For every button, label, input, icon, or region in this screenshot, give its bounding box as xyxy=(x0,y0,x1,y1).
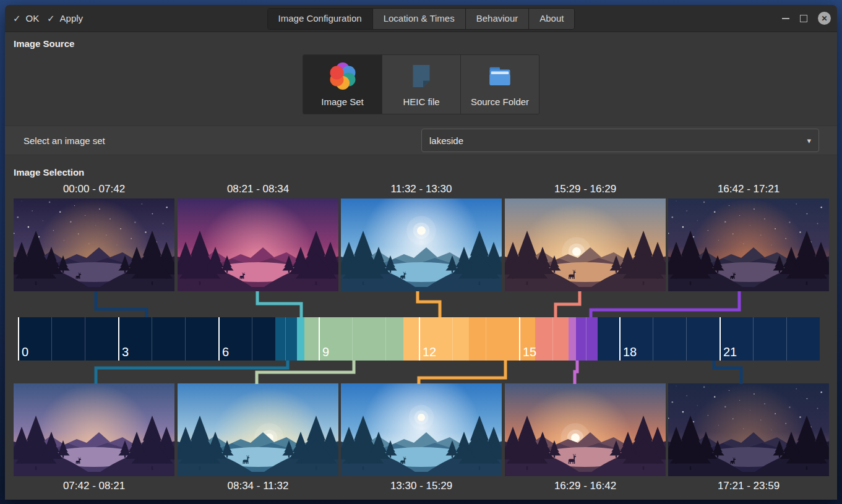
timeline-tick xyxy=(118,317,119,361)
timeline-hour-line xyxy=(552,317,553,361)
top-wallpaper-thumbnail xyxy=(14,199,174,291)
timeline-tick xyxy=(519,317,520,361)
bottom-time-label: 16:29 - 16:42 xyxy=(505,480,666,492)
bottom-time-label: 08:34 - 11:32 xyxy=(178,480,338,492)
timeline-tick-label: 6 xyxy=(222,345,229,359)
timeline-segment xyxy=(576,317,598,361)
timeline-hour-line xyxy=(252,317,252,361)
top-time-label: 16:42 - 17:21 xyxy=(668,183,829,195)
timeline-segment xyxy=(569,317,576,361)
timeline-segment xyxy=(535,317,569,361)
timeline-tick xyxy=(720,317,721,361)
timeline-hour-line xyxy=(352,317,353,361)
timeline-hour-line xyxy=(586,317,586,361)
bottom-wallpaper-thumbnail xyxy=(14,383,174,476)
timeline-tick-label: 9 xyxy=(322,345,329,359)
top-time-label: 08:21 - 08:34 xyxy=(178,183,338,195)
bottom-wallpaper-thumbnail xyxy=(505,383,666,476)
desktop-background: ✓ OK ✓ Apply Image Configuration Locatio… xyxy=(0,0,842,504)
timeline-hour-line xyxy=(385,317,386,361)
timeline-hour-line xyxy=(486,317,486,361)
timeline-tick-label: 0 xyxy=(22,345,28,359)
timeline-tick-label: 18 xyxy=(623,345,637,359)
bottom-wallpaper-thumbnail xyxy=(341,383,502,476)
timeline-tick xyxy=(419,317,420,361)
timeline-bar: 036912151821 xyxy=(18,317,820,361)
bottom-wallpaper-thumbnail xyxy=(178,383,338,476)
timeline-hour-line xyxy=(686,317,687,361)
timeline-hour-line xyxy=(51,317,52,361)
top-wallpaper-thumbnail xyxy=(505,199,666,291)
timeline-tick-label: 15 xyxy=(523,345,536,359)
top-time-label: 11:32 - 13:30 xyxy=(341,183,502,195)
bottom-time-label: 13:30 - 15:29 xyxy=(341,480,502,492)
timeline-hour-line xyxy=(185,317,186,361)
timeline-tick-label: 3 xyxy=(122,345,129,359)
image-selection-area: 00:00 - 07:4208:21 - 08:3411:32 - 13:301… xyxy=(0,0,842,504)
timeline-hour-line xyxy=(786,317,787,361)
bottom-wallpaper-thumbnail xyxy=(668,383,829,476)
timeline-hour-line xyxy=(285,317,286,361)
top-time-label: 15:29 - 16:29 xyxy=(505,183,666,195)
timeline-hour-line xyxy=(452,317,453,361)
bottom-time-label: 07:42 - 08:21 xyxy=(14,480,174,492)
top-time-label: 00:00 - 07:42 xyxy=(14,183,174,195)
timeline-hour-line xyxy=(85,317,85,361)
top-wallpaper-thumbnail xyxy=(341,199,502,291)
timeline-hour-line xyxy=(753,317,754,361)
timeline-tick-label: 21 xyxy=(723,345,737,359)
timeline-hour-line xyxy=(152,317,152,361)
timeline-tick-label: 12 xyxy=(423,345,436,359)
timeline-hour-line xyxy=(653,317,653,361)
timeline-tick xyxy=(218,317,220,361)
timeline-segment xyxy=(297,317,304,361)
timeline-tick xyxy=(18,317,19,361)
top-wallpaper-thumbnail xyxy=(178,199,338,291)
timeline-segment xyxy=(18,317,275,361)
top-wallpaper-thumbnail xyxy=(668,199,829,291)
timeline-tick xyxy=(319,317,320,361)
bottom-time-label: 17:21 - 23:59 xyxy=(668,480,829,492)
timeline-segment xyxy=(275,317,297,361)
timeline-tick xyxy=(619,317,621,361)
